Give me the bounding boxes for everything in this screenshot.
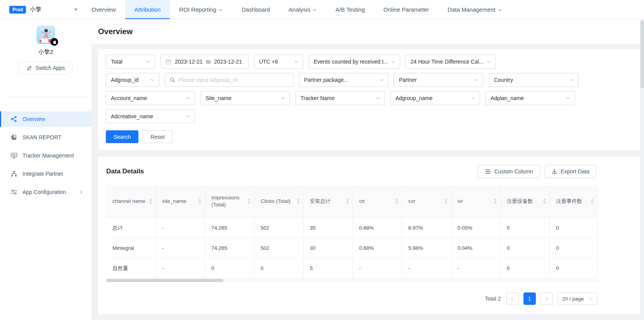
data-details-panel: Data Details Custom Column (98, 157, 640, 314)
nav-item-overview[interactable]: Overview (82, 0, 125, 19)
nav-item-analysis[interactable]: Analysis (279, 0, 326, 19)
table-cell: 0 (549, 258, 597, 278)
sidebar-item-overview[interactable]: Overview (0, 111, 92, 127)
column-header-site-name[interactable]: site_name (155, 185, 205, 218)
column-header-channel-name[interactable]: channel name (106, 185, 155, 218)
column-header-inner: ctr (359, 198, 399, 205)
sidebar-item-label: SKAN REPORT (22, 134, 61, 140)
sidebar-item-label: Integrate Partner (22, 171, 63, 177)
select-value: Partner package... (304, 77, 348, 83)
nav-item-data-management[interactable]: Data Management (438, 0, 511, 19)
export-data-button[interactable]: Export Data (545, 165, 596, 178)
sidebar-item-skan-report[interactable]: SKAN REPORT (0, 130, 92, 145)
select-value: Partner (399, 77, 417, 83)
filter-select-adplan-name[interactable]: Adplan_name (485, 91, 575, 105)
chevron-down-icon (186, 114, 190, 119)
filter-select-24-hour-time-difference-cal[interactable]: 24 Hour Time Difference Cal... (406, 55, 496, 69)
nav-item-label: Dashboard (242, 6, 270, 13)
select-value: Adgroup_name (395, 95, 433, 101)
sort-icon[interactable] (297, 199, 300, 204)
nav-item-label: Overview (92, 6, 116, 13)
switch-apps-button[interactable]: Switch Apps (19, 61, 73, 74)
date-range-picker[interactable]: 2023-12-21to2023-12-21 (161, 55, 249, 69)
pagination-prev-button[interactable] (506, 292, 519, 305)
filter-select-adcreative-name[interactable]: Adcreative_name (106, 109, 195, 123)
column-header-impressions-total[interactable]: Impressions (Total) (205, 185, 254, 218)
search-button[interactable]: Search (106, 130, 138, 143)
env-badge: Prod (9, 6, 26, 14)
sort-icon[interactable] (444, 199, 448, 204)
sidebar-item-app-configuration[interactable]: App Configuration (0, 184, 92, 200)
column-header-inner: Impressions (Total) (211, 194, 251, 208)
page-title: Overview (92, 19, 640, 44)
download-icon (552, 169, 557, 174)
sort-icon[interactable] (590, 199, 594, 204)
sort-icon[interactable] (395, 199, 399, 204)
sort-icon[interactable] (149, 199, 152, 204)
custom-column-button[interactable]: Custom Column (478, 165, 540, 178)
column-header-ivr[interactable]: ivr (451, 185, 500, 218)
filter-select-total[interactable]: Total (106, 55, 155, 69)
sort-icon[interactable] (247, 199, 251, 204)
pagination-page-1[interactable]: 1 (523, 292, 536, 305)
filter-select-account-name[interactable]: Account_name (106, 91, 195, 105)
chevron-down-icon (569, 78, 574, 82)
chevron-down-icon (487, 59, 491, 64)
column-header-ctr[interactable]: ctr (352, 185, 402, 218)
sidebar-item-tracker-management[interactable]: Tracker Management (0, 148, 92, 163)
filter-select-tracker-name[interactable]: Tracker Name (295, 91, 385, 105)
nav-item-a-b-testing[interactable]: A/B Testing (326, 0, 374, 19)
filter-select-adgroup-id[interactable]: Adgroup_id (106, 73, 159, 87)
table-cell: 0 (254, 258, 303, 278)
app-switcher[interactable]: Prod 小擎 (0, 0, 82, 19)
nav-item-attribution[interactable]: Attribution (125, 0, 170, 19)
nav-item-dashboard[interactable]: Dashboard (232, 0, 279, 19)
filter-select-adgroup-name[interactable]: Adgroup_name (390, 91, 480, 105)
table-cell: - (451, 258, 500, 278)
sort-icon[interactable] (346, 199, 349, 204)
nav-item-online-parameter[interactable]: Online Parameter (374, 0, 439, 19)
sidebar-item-integrate-partner[interactable]: Integrate Partner (0, 166, 92, 182)
column-header-cvr[interactable]: cvr (402, 185, 451, 218)
filter-select-partner-package[interactable]: Partner package... (299, 73, 388, 87)
filter-select-events-counted-by-received-t[interactable]: Events counted by received t... (309, 55, 400, 69)
caret-down-icon[interactable] (73, 7, 78, 12)
sort-icon[interactable] (494, 199, 497, 204)
select-value: 24 Hour Time Difference Cal... (411, 59, 483, 65)
nav-item-label: Analysis (288, 6, 310, 13)
avatar-wrap (36, 26, 55, 44)
column-label: site_name (162, 198, 186, 205)
page-vertical-scrollbar-thumb[interactable] (641, 21, 644, 88)
column-header-item[interactable]: 注册事件数 (549, 185, 597, 218)
switch-arrows-icon (26, 66, 32, 71)
table-cell: - (352, 258, 402, 278)
filter-select-site-name[interactable]: Site_name (200, 91, 290, 105)
filter-select-utc-8[interactable]: UTC +8 (254, 55, 303, 69)
pagination-next-button[interactable] (540, 292, 553, 305)
column-header-item[interactable]: 注册设备数 (500, 185, 549, 218)
table-header-row: channel namesite_nameImpressions (Total)… (106, 185, 597, 218)
column-label: ivr (458, 198, 463, 205)
table-horizontal-scrollbar-thumb[interactable] (106, 279, 223, 282)
column-header-item[interactable]: 安装总计 (303, 185, 352, 218)
chevron-right-icon (79, 190, 84, 194)
chevron-down-icon (312, 8, 317, 12)
column-header-inner: 注册设备数 (507, 198, 546, 205)
page-size-select[interactable]: 20 / page (558, 292, 597, 305)
reset-button[interactable]: Reset (143, 130, 173, 143)
search-input[interactable] (178, 77, 289, 83)
filter-select-country[interactable]: Country (489, 73, 578, 87)
filter-select-partner[interactable]: Partner (394, 73, 483, 87)
search-icon (170, 77, 175, 83)
column-header-clicks-total[interactable]: Clicks (Total) (254, 185, 303, 218)
menu-lines-icon (485, 169, 491, 174)
sort-icon[interactable] (543, 199, 546, 204)
sidebar-item-label: Tracker Management (22, 152, 74, 159)
select-value: UTC +8 (259, 59, 278, 65)
nav-item-roi-reporting[interactable]: ROI Reporting (170, 0, 232, 19)
table-cell: 0.04% (451, 238, 500, 258)
filter-row: Adcreative_name (106, 109, 632, 123)
table-cell: 0 (549, 238, 597, 258)
table-cell: 0 (549, 218, 597, 238)
sort-icon[interactable] (198, 199, 202, 204)
